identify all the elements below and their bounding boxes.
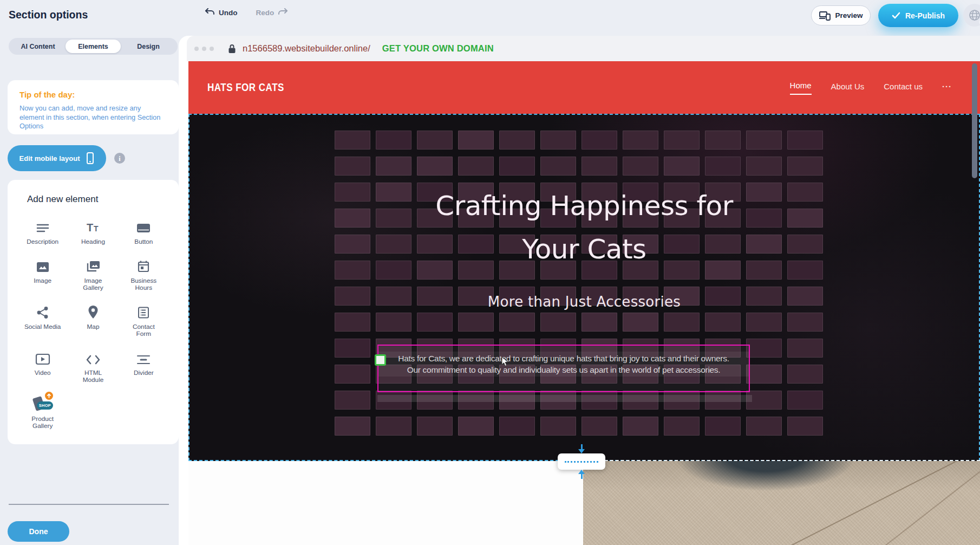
hero-tile [664, 157, 700, 176]
nav-contact-us[interactable]: Contact us [884, 82, 923, 93]
add-element-button[interactable]: Button [119, 217, 169, 248]
undo-button[interactable]: Undo [205, 8, 238, 17]
element-label: Contact Form [125, 323, 162, 338]
hero-tile [335, 313, 370, 332]
tip-of-the-day-card: Tip of the day: Now you can add, move an… [8, 80, 179, 134]
add-element-title: Add new element [27, 194, 169, 205]
language-globe-button[interactable] [963, 4, 980, 27]
undo-icon [205, 8, 215, 17]
app-topbar: Undo Redo Preview Re-Publish [0, 0, 980, 31]
site-url: n1566589.websitebuilder.online/ [243, 43, 370, 54]
hero-subheading[interactable]: More than Just Accessories [188, 294, 980, 310]
shop-badge: SHOP [37, 401, 53, 410]
product-gallery-icon: SHOP [32, 396, 54, 411]
selected-text-element[interactable]: Hats for Cats, we are dedicated to craft… [377, 345, 750, 392]
hero-tile [458, 131, 494, 150]
hero-tile [417, 417, 453, 436]
description-icon [36, 219, 50, 234]
tab-elements[interactable]: Elements [66, 40, 121, 53]
redo-button[interactable]: Redo [256, 8, 289, 17]
hero-tile [664, 417, 700, 436]
nav-home[interactable]: Home [790, 81, 812, 95]
pavement-seam [759, 461, 980, 545]
hero-tile [376, 131, 411, 150]
add-element-image[interactable]: Image [17, 256, 68, 294]
hero-tile [787, 131, 823, 150]
hero-heading[interactable]: Crafting Happiness for Your Cats [188, 184, 980, 271]
hero-tile [746, 417, 782, 436]
svg-text:i: i [119, 155, 121, 163]
hero-tile [746, 131, 782, 150]
hero-tile [787, 391, 823, 410]
hero-tile [705, 131, 741, 150]
heading-icon: T T [86, 219, 101, 234]
hero-tile [746, 339, 782, 358]
site-logo[interactable]: HATS FOR CATS [207, 81, 284, 94]
pavement-photo [583, 461, 980, 545]
devices-icon [819, 11, 831, 21]
tip-title: Tip of the day: [19, 90, 167, 99]
button-icon [136, 219, 151, 234]
panel-title: Section options [9, 9, 88, 21]
site-header[interactable]: HATS FOR CATS Home About Us Contact us ·… [188, 61, 980, 114]
add-element-html-module[interactable]: HTML Module [68, 348, 118, 386]
upgrade-badge-icon [45, 392, 53, 400]
element-grid: Description T T Heading Button Image [17, 217, 169, 432]
element-label: Product Gallery [24, 416, 62, 430]
image-icon [36, 258, 50, 273]
hero-tile [417, 157, 453, 176]
add-element-image-gallery[interactable]: Image Gallery [68, 256, 118, 294]
add-element-business-hours[interactable]: Business Hours [119, 256, 169, 294]
element-label: Image Gallery [74, 277, 112, 292]
preview-button[interactable]: Preview [811, 5, 871, 25]
hero-tile [705, 157, 741, 176]
hero-tile [499, 417, 535, 436]
republish-button[interactable]: Re-Publish [878, 4, 958, 27]
hero-tile [746, 313, 782, 332]
info-icon[interactable]: i [114, 153, 125, 164]
element-label: Description [27, 238, 58, 246]
add-element-map[interactable]: Map [68, 302, 118, 340]
image-gallery-icon [86, 258, 101, 273]
svg-text:T: T [87, 222, 93, 233]
add-element-social-media[interactable]: Social Media [17, 302, 68, 340]
element-label: Social Media [24, 323, 61, 331]
add-element-description[interactable]: Description [17, 217, 68, 248]
tab-design[interactable]: Design [121, 40, 176, 53]
done-button[interactable]: Done [8, 521, 69, 542]
edit-mobile-layout-button[interactable]: Edit mobile layout [8, 145, 106, 171]
add-element-heading[interactable]: T T Heading [68, 217, 118, 248]
html-code-icon [86, 350, 101, 365]
nav-more[interactable]: ··· [942, 82, 952, 93]
hero-tile [417, 313, 453, 332]
add-element-product-gallery[interactable]: SHOP Product Gallery [17, 394, 68, 432]
hero-tile [458, 157, 494, 176]
map-pin-icon [88, 304, 99, 319]
tab-ai-content[interactable]: AI Content [10, 40, 66, 53]
nav-about-us[interactable]: About Us [831, 82, 865, 93]
add-element-contact-form[interactable]: Contact Form [119, 302, 169, 340]
hero-section[interactable]: Crafting Happiness for Your Cats More th… [188, 114, 980, 461]
sidebar-tabs: AI Content Elements Design [9, 38, 178, 55]
browser-address-bar[interactable]: n1566589.websitebuilder.online/ GET YOUR… [187, 36, 980, 61]
hero-tile [335, 417, 370, 436]
hero-tile [540, 157, 576, 176]
hero-heading-line1: Crafting Happiness for [188, 184, 980, 228]
page-scrollbar[interactable] [972, 63, 977, 178]
add-element-video[interactable]: Video [17, 348, 68, 386]
get-domain-link[interactable]: GET YOUR OWN DOMAIN [382, 43, 494, 54]
element-drag-handle[interactable] [375, 354, 386, 366]
edit-mobile-label: Edit mobile layout [19, 154, 80, 163]
hero-tile [335, 365, 370, 384]
hero-tile [787, 313, 823, 332]
social-media-icon [36, 304, 49, 319]
hero-tile [499, 157, 535, 176]
add-element-divider[interactable]: Divider [119, 348, 169, 386]
preview-label: Preview [835, 11, 863, 20]
hero-body-line1: Hats for Cats, we are dedicated to craft… [378, 353, 749, 364]
hero-tile [623, 131, 658, 150]
section-resize-handle[interactable] [558, 453, 605, 470]
element-label: HTML Module [74, 369, 112, 384]
hero-tile [417, 131, 453, 150]
hero-tile [335, 339, 370, 358]
